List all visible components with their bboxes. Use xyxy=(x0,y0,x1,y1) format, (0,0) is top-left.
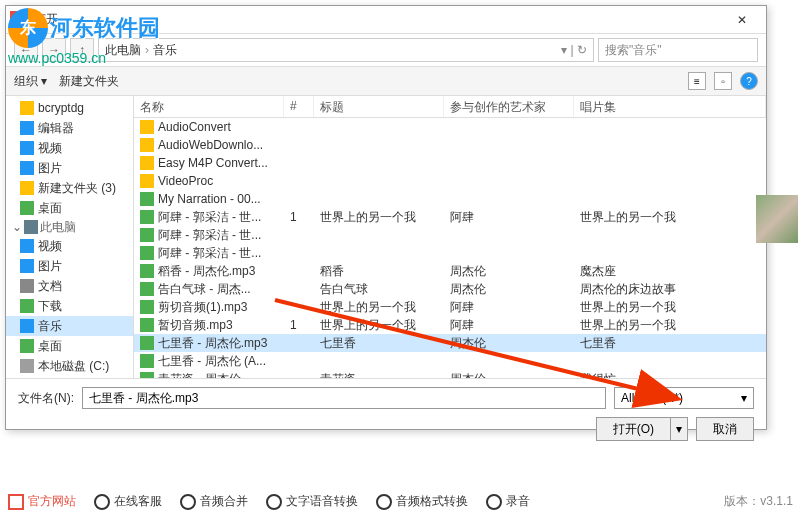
breadcrumb[interactable]: 此电脑 › 音乐 ▾ | ↻ xyxy=(98,38,594,62)
folder-icon xyxy=(20,359,34,373)
folder-icon xyxy=(20,121,34,135)
sidebar-item-label: 文档 xyxy=(38,278,62,295)
nav-forward-button[interactable]: → xyxy=(42,38,66,62)
preview-button[interactable]: ▫ xyxy=(714,72,732,90)
file-row[interactable]: AudioWebDownlo... xyxy=(134,136,766,154)
file-icon xyxy=(140,120,154,134)
bottom-tab[interactable]: 录音 xyxy=(486,493,530,510)
filename-input[interactable] xyxy=(82,387,606,409)
col-num[interactable]: # xyxy=(284,96,314,117)
bottom-tab[interactable]: 音频合并 xyxy=(180,493,248,510)
folder-icon xyxy=(20,339,34,353)
sidebar-item[interactable]: 图片 xyxy=(6,158,133,178)
file-icon xyxy=(140,228,154,242)
tab-icon xyxy=(486,494,502,510)
file-row[interactable]: 剪切音频(1).mp3世界上的另一个我阿肆世界上的另一个我 xyxy=(134,298,766,316)
sidebar-item[interactable]: 音乐 xyxy=(6,316,133,336)
tab-icon xyxy=(266,494,282,510)
breadcrumb-dropdown[interactable]: ▾ | ↻ xyxy=(561,43,587,57)
file-list: 名称 # 标题 参与创作的艺术家 唱片集 AudioConvertAudioWe… xyxy=(134,96,766,378)
breadcrumb-seg1[interactable]: 此电脑 xyxy=(105,42,141,59)
filename-label: 文件名(N): xyxy=(18,390,74,407)
file-list-header: 名称 # 标题 参与创作的艺术家 唱片集 xyxy=(134,96,766,118)
file-filter-dropdown[interactable]: All files (*.*) ▾ xyxy=(614,387,754,409)
sidebar-item[interactable]: 新建文件夹 (3) xyxy=(6,178,133,198)
file-row[interactable]: My Narration - 00... xyxy=(134,190,766,208)
organize-button[interactable]: 组织 ▾ xyxy=(14,73,47,90)
sidebar-item[interactable]: bcryptdg xyxy=(6,98,133,118)
file-row[interactable]: 青花瓷 - 周杰伦....青花瓷周杰伦我很忙 xyxy=(134,370,766,378)
file-icon xyxy=(140,246,154,260)
sidebar-group-pc[interactable]: ⌄此电脑 xyxy=(6,218,133,236)
search-placeholder: 搜索"音乐" xyxy=(605,42,662,59)
col-album[interactable]: 唱片集 xyxy=(574,96,766,117)
new-folder-button[interactable]: 新建文件夹 xyxy=(59,73,119,90)
file-row[interactable]: 告白气球 - 周杰...告白气球周杰伦周杰伦的床边故事 xyxy=(134,280,766,298)
sidebar-item-label: 桌面 xyxy=(38,200,62,217)
folder-icon xyxy=(20,181,34,195)
path-bar: ← → ↑ 此电脑 › 音乐 ▾ | ↻ 搜索"音乐" xyxy=(6,34,766,66)
file-row[interactable]: 阿肆 - 郭采洁 - 世... xyxy=(134,226,766,244)
col-title[interactable]: 标题 xyxy=(314,96,444,117)
bottom-tab[interactable]: 官方网站 xyxy=(8,493,76,510)
tab-label: 音频格式转换 xyxy=(396,493,468,510)
file-icon xyxy=(140,210,154,224)
cancel-button[interactable]: 取消 xyxy=(696,417,754,441)
search-input[interactable]: 搜索"音乐" xyxy=(598,38,758,62)
sidebar-item[interactable]: 编辑器 xyxy=(6,118,133,138)
sidebar-item-label: 音乐 xyxy=(38,318,62,335)
sidebar-item-label: 桌面 xyxy=(38,338,62,355)
sidebar-item[interactable]: 视频 xyxy=(6,138,133,158)
pc-icon xyxy=(24,220,38,234)
breadcrumb-seg2[interactable]: 音乐 xyxy=(153,42,177,59)
open-dropdown-button[interactable]: ▾ xyxy=(670,417,688,441)
file-row[interactable]: 暂切音频.mp31世界上的另一个我阿肆世界上的另一个我 xyxy=(134,316,766,334)
dialog-title: 打开 xyxy=(34,11,722,28)
bottom-tab[interactable]: 文字语音转换 xyxy=(266,493,358,510)
file-icon xyxy=(140,282,154,296)
folder-icon xyxy=(20,279,34,293)
bottom-tab[interactable]: 音频格式转换 xyxy=(376,493,468,510)
sidebar-item-label: 图片 xyxy=(38,258,62,275)
sidebar-item[interactable]: 桌面 xyxy=(6,198,133,218)
tab-label: 文字语音转换 xyxy=(286,493,358,510)
nav-back-button[interactable]: ← xyxy=(14,38,38,62)
file-icon xyxy=(140,156,154,170)
nav-up-button[interactable]: ↑ xyxy=(70,38,94,62)
sidebar-item[interactable]: 文档 xyxy=(6,276,133,296)
file-filter-label: All files (*.*) xyxy=(621,391,683,405)
open-button[interactable]: 打开(O) xyxy=(596,417,670,441)
tab-icon xyxy=(94,494,110,510)
tab-icon xyxy=(8,494,24,510)
file-row[interactable]: 七里香 - 周杰伦 (A... xyxy=(134,352,766,370)
sidebar-item[interactable]: 图片 xyxy=(6,256,133,276)
file-icon xyxy=(140,138,154,152)
folder-icon xyxy=(20,161,34,175)
col-name[interactable]: 名称 xyxy=(134,96,284,117)
sidebar-item[interactable]: 视频 xyxy=(6,236,133,256)
sidebar-item[interactable]: 本地磁盘 (C:) xyxy=(6,356,133,376)
tab-label: 音频合并 xyxy=(200,493,248,510)
file-row[interactable]: 阿肆 - 郭采洁 - 世...1世界上的另一个我阿肆世界上的另一个我 xyxy=(134,208,766,226)
col-artist[interactable]: 参与创作的艺术家 xyxy=(444,96,574,117)
chevron-down-icon: ▾ xyxy=(741,391,747,405)
sidebar-item-label: 编辑器 xyxy=(38,120,74,137)
file-row[interactable]: 七里香 - 周杰伦.mp3七里香周杰伦七里香 xyxy=(134,334,766,352)
sidebar-item[interactable]: 下载 xyxy=(6,296,133,316)
file-row[interactable]: 稻香 - 周杰伦.mp3稻香周杰伦魔杰座 xyxy=(134,262,766,280)
file-row[interactable]: VideoProc xyxy=(134,172,766,190)
bottom-tab[interactable]: 在线客服 xyxy=(94,493,162,510)
file-row[interactable]: Easy M4P Convert... xyxy=(134,154,766,172)
thumbnail-image xyxy=(756,195,798,243)
folder-icon xyxy=(20,201,34,215)
file-row[interactable]: 阿肆 - 郭采洁 - 世... xyxy=(134,244,766,262)
breadcrumb-sep: › xyxy=(145,43,149,57)
sidebar: bcryptdg编辑器视频图片新建文件夹 (3)桌面⌄此电脑视频图片文档下载音乐… xyxy=(6,96,134,378)
sidebar-item-label: 视频 xyxy=(38,140,62,157)
file-row[interactable]: AudioConvert xyxy=(134,118,766,136)
titlebar: 打开 ✕ xyxy=(6,6,766,34)
view-mode-button[interactable]: ≡ xyxy=(688,72,706,90)
close-button[interactable]: ✕ xyxy=(722,8,762,32)
sidebar-item[interactable]: 桌面 xyxy=(6,336,133,356)
help-button[interactable]: ? xyxy=(740,72,758,90)
